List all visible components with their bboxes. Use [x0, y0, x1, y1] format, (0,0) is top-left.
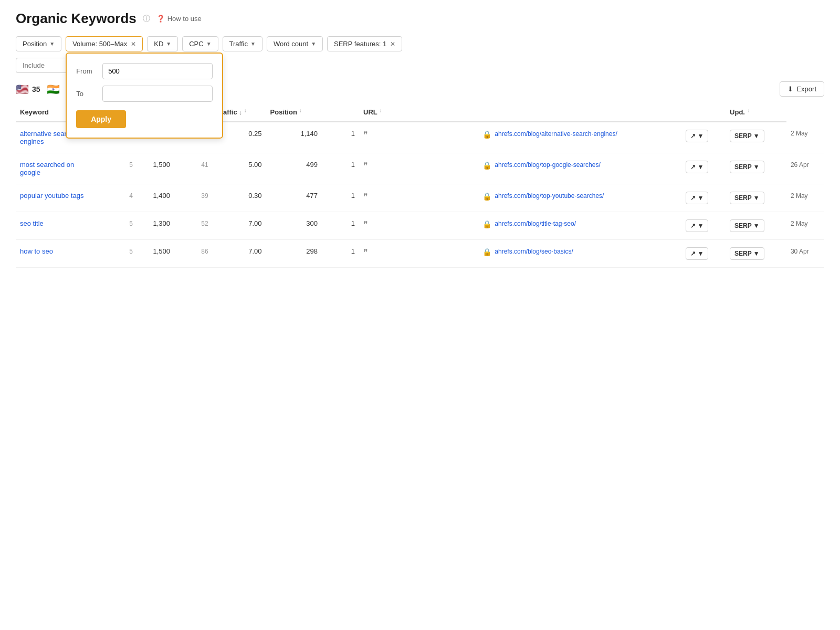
volume-filter-btn[interactable]: Volume: 500–Max ✕ — [66, 36, 143, 51]
filters-row: Position ▼ Volume: 500–Max ✕ From To App… — [16, 36, 824, 51]
url-cell: 🔒 ahrefs.com/blog/top-youtube-searches/ — [478, 184, 681, 212]
keyword-link[interactable]: popular youtube tags — [20, 192, 83, 200]
serp-button[interactable]: SERP ▼ — [730, 161, 764, 173]
th-upd: Upd. ⁱ — [726, 103, 786, 122]
volume-from-input[interactable] — [102, 63, 213, 79]
volume-to-input[interactable] — [102, 86, 213, 102]
export-button[interactable]: ⬇ Export — [780, 81, 824, 97]
url-link[interactable]: ahrefs.com/blog/alternative-search-engin… — [495, 130, 617, 139]
position-filter-btn[interactable]: Position ▼ — [16, 36, 61, 51]
traffic-info-icon: ⁱ — [245, 109, 246, 116]
trend-button[interactable]: ↗ ▼ — [686, 247, 708, 260]
kd-filter-label: KD — [154, 40, 163, 48]
cpc-cell: 5.00 — [213, 153, 266, 184]
date-cell: 26 Apr — [786, 153, 824, 184]
traffic-sort-icon[interactable]: ↓ — [239, 109, 242, 116]
traffic-cell: 300 — [266, 212, 322, 240]
table-row: how to seo 5 1,500 86 7.00 298 1 — [16, 240, 824, 268]
col4-cell: 41 — [174, 153, 213, 184]
url-link[interactable]: ahrefs.com/blog/top-google-searches/ — [495, 161, 600, 170]
flags-left: 🇺🇸 35 🇮🇳 — [16, 83, 60, 96]
cpc-cell: 7.00 — [213, 240, 266, 268]
from-label: From — [76, 67, 97, 75]
flag-item-in[interactable]: 🇮🇳 — [47, 83, 60, 96]
traffic-chevron-icon: ▼ — [250, 41, 256, 47]
quotes-cell: ❞ — [359, 184, 478, 212]
cpc-filter-btn[interactable]: CPC ▼ — [182, 36, 218, 51]
kd-filter-btn[interactable]: KD ▼ — [147, 36, 178, 51]
trend-chart-icon: ↗ — [690, 250, 696, 257]
keyword-cell: most searched on google — [16, 153, 100, 184]
quotes-icon[interactable]: ❞ — [363, 220, 368, 229]
lock-icon: 🔒 — [482, 192, 491, 201]
trend-cell: ↗ ▼ — [681, 212, 726, 240]
url-link[interactable]: ahrefs.com/blog/title-tag-seo/ — [495, 219, 576, 228]
volume-popup-container: Volume: 500–Max ✕ From To Apply — [66, 36, 143, 51]
cpc-cell: 0.30 — [213, 184, 266, 212]
url-link[interactable]: ahrefs.com/blog/top-youtube-searches/ — [495, 192, 604, 201]
trend-chart-icon: ↗ — [690, 222, 696, 229]
apply-button[interactable]: Apply — [76, 110, 126, 128]
quotes-icon[interactable]: ❞ — [363, 161, 368, 170]
cpc-cell: 7.00 — [213, 212, 266, 240]
keyword-link[interactable]: seo title — [20, 219, 44, 227]
trend-cell: ↗ ▼ — [681, 153, 726, 184]
quotes-cell: ❞ — [359, 240, 478, 268]
trend-button[interactable]: ↗ ▼ — [686, 161, 708, 173]
col4-cell: 39 — [174, 184, 213, 212]
traffic-filter-btn[interactable]: Traffic ▼ — [223, 36, 262, 51]
question-circle-icon: ❓ — [156, 15, 165, 23]
position-cell: 1 — [322, 240, 359, 268]
th-serp — [681, 103, 726, 122]
lock-icon: 🔒 — [482, 161, 491, 170]
title-info-icon[interactable]: ⓘ — [143, 14, 150, 24]
date-cell: 2 May — [786, 122, 824, 153]
page-header: Organic Keywords ⓘ ❓ How to use — [16, 10, 824, 27]
col2-cell: 5 — [100, 212, 137, 240]
position-cell: 1 — [322, 122, 359, 153]
quotes-cell: ❞ — [359, 153, 478, 184]
serp-cell: SERP ▼ — [726, 240, 786, 268]
quotes-icon[interactable]: ❞ — [363, 248, 368, 257]
serp-button[interactable]: SERP ▼ — [730, 247, 764, 260]
url-info-icon: ⁱ — [380, 109, 381, 116]
keyword-link[interactable]: most searched on google — [20, 161, 74, 176]
keyword-link[interactable]: how to seo — [20, 247, 53, 255]
flag-item-us[interactable]: 🇺🇸 35 — [16, 83, 40, 96]
trend-chart-icon: ↗ — [690, 132, 696, 140]
serp-features-filter-btn[interactable]: SERP features: 1 ✕ — [327, 36, 402, 51]
serp-cell: SERP ▼ — [726, 122, 786, 153]
col3-cell: 1,400 — [137, 184, 174, 212]
serp-button[interactable]: SERP ▼ — [730, 192, 764, 204]
position-info-icon: ⁱ — [300, 109, 301, 116]
trend-button[interactable]: ↗ ▼ — [686, 219, 708, 232]
col3-cell: 1,500 — [137, 240, 174, 268]
quotes-cell: ❞ — [359, 212, 478, 240]
traffic-cell: 499 — [266, 153, 322, 184]
trend-button[interactable]: ↗ ▼ — [686, 130, 708, 142]
serp-button[interactable]: SERP ▼ — [730, 130, 764, 142]
table-body: alternative search engines 3 5,600 56 0.… — [16, 122, 824, 268]
volume-close-icon[interactable]: ✕ — [131, 40, 136, 48]
quotes-icon[interactable]: ❞ — [363, 192, 368, 201]
serp-features-close-icon[interactable]: ✕ — [390, 40, 395, 48]
trend-cell: ↗ ▼ — [681, 122, 726, 153]
url-link[interactable]: ahrefs.com/blog/seo-basics/ — [495, 247, 573, 256]
keyword-cell: how to seo — [16, 240, 100, 268]
word-count-filter-btn[interactable]: Word count ▼ — [267, 36, 323, 51]
th-position: Position ⁱ — [266, 103, 322, 122]
table-row: most searched on google 5 1,500 41 5.00 … — [16, 153, 824, 184]
th-actions — [478, 103, 681, 122]
volume-popup: From To Apply — [66, 52, 223, 139]
trend-chevron: ▼ — [697, 132, 704, 140]
col3-cell: 1,300 — [137, 212, 174, 240]
col2-cell: 5 — [100, 240, 137, 268]
us-flag-icon: 🇺🇸 — [16, 83, 29, 96]
serp-cell: SERP ▼ — [726, 184, 786, 212]
serp-button[interactable]: SERP ▼ — [730, 219, 764, 232]
quotes-icon[interactable]: ❞ — [363, 130, 368, 139]
in-flag-icon: 🇮🇳 — [47, 83, 60, 96]
position-filter-label: Position — [23, 40, 47, 48]
trend-button[interactable]: ↗ ▼ — [686, 192, 708, 204]
how-to-use-link[interactable]: ❓ How to use — [156, 15, 202, 23]
